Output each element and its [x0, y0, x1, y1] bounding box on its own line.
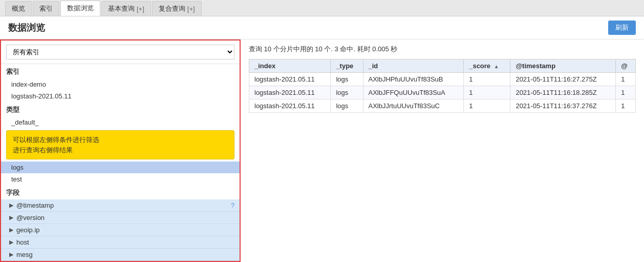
tab-basic-query-add[interactable]: [+] [137, 5, 144, 13]
type-item-logs[interactable]: logs [1, 162, 240, 173]
table-row[interactable]: logstash-2021.05.11 logs AXlbJFFQuUUvuTf… [249, 86, 636, 99]
index-section-label: 索引 [1, 64, 240, 78]
field-name-mesg: mesg [16, 251, 234, 258]
cell-timestamp-2: 2021-05-11T11:16:37.276Z [510, 99, 616, 113]
table-row[interactable]: logstash-2021.05.11 logs AXlbJHPfuUUvuTf… [249, 73, 636, 86]
left-panel: 所有索引 索引 index-demo logstash-2021.05.11 类… [0, 39, 241, 262]
field-item-mesg[interactable]: ▶ mesg [1, 249, 240, 261]
field-item-version[interactable]: ▶ @version [1, 212, 240, 224]
cell-type-2: logs [331, 99, 363, 113]
page-title: 数据浏览 [8, 22, 45, 34]
field-name-timestamp: @timestamp [16, 201, 229, 209]
field-help-timestamp[interactable]: ? [231, 202, 234, 209]
tab-bar: 概览 索引 数据浏览 基本查询 [+] 复合查询 [+] [0, 0, 644, 16]
index-select-dropdown[interactable]: 所有索引 [6, 45, 234, 59]
cell-timestamp-0: 2021-05-11T11:16:27.275Z [510, 73, 616, 86]
cell-extra-2: 1 [616, 99, 636, 113]
col-header-extra: @ [616, 59, 636, 73]
refresh-button[interactable]: 刷新 [608, 21, 636, 35]
cell-index-2: logstash-2021.05.11 [249, 99, 331, 113]
type-item-test[interactable]: test [1, 173, 240, 185]
cell-id-1: AXlbJFFQuUUvuTf83SuA [363, 86, 464, 99]
field-arrow-host: ▶ [9, 239, 13, 246]
field-arrow-timestamp: ▶ [9, 202, 13, 209]
field-arrow-geoip: ▶ [9, 227, 13, 233]
index-item-demo[interactable]: index-demo [1, 78, 240, 90]
main-layout: 所有索引 索引 index-demo logstash-2021.05.11 类… [0, 39, 644, 262]
score-sort-arrow: ▲ [494, 64, 499, 69]
field-item-host[interactable]: ▶ host [1, 236, 240, 249]
cell-score-0: 1 [464, 73, 510, 86]
type-section-label: 类型 [1, 102, 240, 116]
tab-basic-query[interactable]: 基本查询 [+] [101, 1, 151, 16]
tab-basic-query-label: 基本查询 [108, 4, 135, 13]
col-header-timestamp: @timestamp [510, 59, 616, 73]
cell-id-2: AXlbJJrtuUUvuTf83SuC [363, 99, 464, 113]
content-area: 数据浏览 刷新 所有索引 索引 index-demo logstash-2021… [0, 16, 644, 262]
right-panel: 查询 10 个分片中用的 10 个. 3 命中. 耗时 0.005 秒 _ind… [241, 39, 644, 262]
tab-complex-query-add[interactable]: [+] [187, 5, 195, 13]
col-header-score[interactable]: _score ▲ [464, 59, 510, 73]
cell-type-0: logs [331, 73, 363, 86]
filter-tooltip: 可以根据左侧得条件进行筛选进行查询右侧得结果 [6, 130, 234, 159]
col-header-type: _type [331, 59, 363, 73]
app-container: 概览 索引 数据浏览 基本查询 [+] 复合查询 [+] 数据浏览 刷新 所有索… [0, 0, 644, 262]
tab-data-browse[interactable]: 数据浏览 [60, 1, 100, 16]
table-row[interactable]: logstash-2021.05.11 logs AXlbJJrtuUUvuTf… [249, 99, 636, 113]
field-arrow-mesg: ▶ [9, 251, 13, 258]
query-info: 查询 10 个分片中用的 10 个. 3 命中. 耗时 0.005 秒 [249, 45, 636, 54]
tab-complex-query-label: 复合查询 [159, 4, 185, 13]
field-name-geoip: geoip.ip [16, 226, 234, 234]
cell-id-0: AXlbJHPfuUUvuTf83SuB [363, 73, 464, 86]
cell-score-2: 1 [464, 99, 510, 113]
tab-overview[interactable]: 概览 [5, 1, 32, 16]
cell-index-0: logstash-2021.05.11 [249, 73, 331, 86]
col-header-id: _id [363, 59, 464, 73]
table-header-row: _index _type _id _score ▲ @timestamp @ [249, 59, 636, 73]
cell-score-1: 1 [464, 86, 510, 99]
field-arrow-version: ▶ [9, 214, 13, 221]
page-header: 数据浏览 刷新 [0, 16, 644, 39]
tab-complex-query[interactable]: 复合查询 [+] [152, 1, 202, 16]
col-header-index: _index [249, 59, 331, 73]
field-name-version: @version [16, 214, 234, 221]
field-item-geoip[interactable]: ▶ geoip.ip [1, 224, 240, 236]
cell-timestamp-1: 2021-05-11T11:16:18.285Z [510, 86, 616, 99]
cell-type-1: logs [331, 86, 363, 99]
index-item-logstash[interactable]: logstash-2021.05.11 [1, 90, 240, 102]
field-item-timestamp[interactable]: ▶ @timestamp ? [1, 199, 240, 212]
type-item-default[interactable]: _default_ [1, 116, 240, 128]
cell-index-1: logstash-2021.05.11 [249, 86, 331, 99]
data-table: _index _type _id _score ▲ @timestamp @ [249, 59, 636, 113]
field-name-host: host [16, 238, 234, 246]
tab-index[interactable]: 索引 [33, 1, 59, 16]
index-selector: 所有索引 [1, 41, 240, 64]
cell-extra-1: 1 [616, 86, 636, 99]
field-section-label: 字段 [1, 185, 240, 199]
cell-extra-0: 1 [616, 73, 636, 86]
